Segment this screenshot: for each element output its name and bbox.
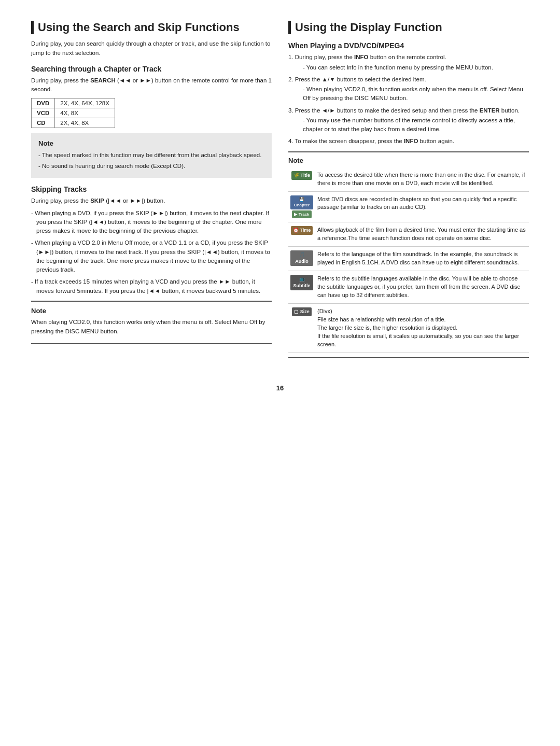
search-body: During play, press the SEARCH (◄◄ or ►►)… [31, 76, 272, 94]
table-cell-vcd-label: VCD [32, 108, 55, 118]
icon-table: 🌾 Title To access the desired title when… [288, 167, 529, 353]
track-badge: ▶ Track [292, 210, 312, 219]
page-container: Using the Search and Skip Functions Duri… [31, 21, 529, 363]
note-item-1: - The speed marked in this function may … [38, 151, 264, 160]
note-item-2: - No sound is hearing during search mode… [38, 162, 264, 171]
icon-desc-time: Allows playback of the film from a desir… [315, 222, 529, 247]
step-3-sub: - You may use the number buttons of the … [296, 116, 529, 134]
right-main-title: Using the Display Function [288, 21, 529, 34]
right-note-title: Note [288, 157, 529, 164]
left-main-title: Using the Search and Skip Functions [31, 21, 272, 34]
title-badge: 🌾 Title [291, 171, 312, 180]
icon-cell-audio: 🎵 Audio [288, 247, 315, 271]
audio-badge: 🎵 Audio [290, 250, 313, 266]
search-section-title: Searching through a Chapter or Track [31, 65, 272, 73]
table-row: DVD 2X, 4X, 64X, 128X [32, 98, 115, 108]
table-row: CD 2X, 4X, 8X [32, 118, 115, 128]
right-column: Using the Display Function When Playing … [288, 21, 529, 363]
time-badge: ⏰ Time [291, 226, 313, 235]
skip-bullet-1: - When playing a DVD, if you press the S… [31, 209, 272, 236]
icon-row-subtitle: 📺 Subtitle Refers to the subtitle langua… [288, 271, 529, 304]
step-4: 4. To make the screen disappear, press t… [288, 137, 529, 146]
step-3: 3. Press the ◄/► buttons to make the des… [288, 106, 529, 134]
left-intro: During play, you can search quickly thro… [31, 39, 272, 58]
icon-row-time: ⏰ Time Allows playback of the film from … [288, 222, 529, 247]
icon-desc-chapter: Most DVD discs are recorded in chapters … [315, 191, 529, 222]
step-2-sub: - When playing VCD2.0, this function wor… [296, 85, 529, 103]
size-badge: ▢ Size [292, 307, 312, 316]
table-cell-dvd-label: DVD [32, 98, 55, 108]
icon-row-size: ▢ Size (Divx)File size has a relationshi… [288, 303, 529, 353]
skip-intro: During play, press the SKIP (|◄◄ or ►►|)… [31, 196, 272, 205]
icon-row-chapter: 💾 Chapter ▶ Track Most DVD discs are rec… [288, 191, 529, 222]
icon-row-title: 🌾 Title To access the desired title when… [288, 167, 529, 191]
icon-cell-title: 🌾 Title [288, 167, 315, 191]
icon-desc-size: (Divx)File size has a relationship with … [315, 303, 529, 353]
dvd-section-title: When Playing a DVD/VCD/MPEG4 [288, 41, 529, 50]
icon-row-audio: 🎵 Audio Refers to the language of the fi… [288, 247, 529, 271]
icon-cell-time: ⏰ Time [288, 222, 315, 247]
display-steps: 1. During play, press the INFO button on… [288, 53, 529, 146]
skip-section-title: Skipping Tracks [31, 185, 272, 193]
chapter-badge: 💾 Chapter [290, 195, 313, 209]
speed-table: DVD 2X, 4X, 64X, 128X VCD 4X, 8X CD 2X, … [31, 98, 115, 128]
table-cell-cd-label: CD [32, 118, 55, 128]
icon-desc-audio: Refers to the language of the film sound… [315, 247, 529, 271]
left-column: Using the Search and Skip Functions Duri… [31, 21, 272, 363]
note-box-skip: Note When playing VCD2.0, this function … [31, 301, 272, 344]
step-2: 2. Press the ▲/▼ buttons to select the d… [288, 75, 529, 103]
note-box-search: Note - The speed marked in this function… [31, 133, 272, 178]
table-cell-cd-value: 2X, 4X, 8X [55, 118, 115, 128]
step-1: 1. During play, press the INFO button on… [288, 53, 529, 72]
table-cell-vcd-value: 4X, 8X [55, 108, 115, 118]
icon-desc-subtitle: Refers to the subtitle languages availab… [315, 271, 529, 304]
note-title-search: Note [38, 138, 264, 149]
note-skip-body: When playing VCD2.0, this function works… [31, 318, 272, 336]
note-title-skip: Note [31, 306, 272, 316]
table-cell-dvd-value: 2X, 4X, 64X, 128X [55, 98, 115, 108]
icon-desc-title: To access the desired title when there i… [315, 167, 529, 191]
skip-bullet-3: - If a track exceeds 15 minutes when pla… [31, 277, 272, 295]
icon-cell-size: ▢ Size [288, 303, 315, 353]
skip-bullet-2: - When playing a VCD 2.0 in Menu Off mod… [31, 238, 272, 274]
step-1-sub: - You can select Info in the function me… [296, 63, 529, 72]
icon-cell-subtitle: 📺 Subtitle [288, 271, 315, 304]
subtitle-badge: 📺 Subtitle [290, 275, 313, 290]
icon-cell-chapter: 💾 Chapter ▶ Track [288, 191, 315, 222]
page-number: 16 [31, 384, 529, 392]
table-row: VCD 4X, 8X [32, 108, 115, 118]
right-note-box: Note 🌾 Title To access the desired title… [288, 151, 529, 358]
